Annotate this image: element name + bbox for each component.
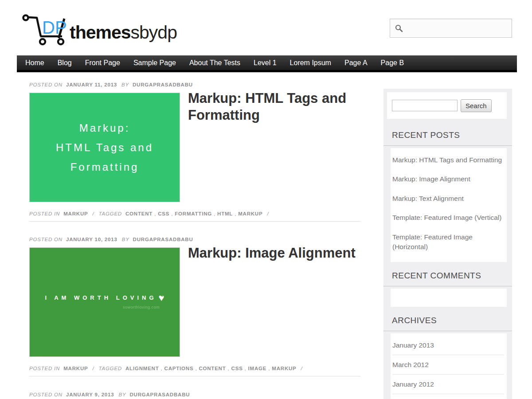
- sidebar-search-button[interactable]: Search: [461, 99, 492, 112]
- archives-list: January 2013March 2012January 2012March …: [391, 333, 507, 399]
- post-author[interactable]: DURGAPRASADBABU: [129, 392, 190, 397]
- recent-post-link[interactable]: Template: Featured Image (Vertical): [392, 208, 504, 227]
- recent-comments-list: [391, 289, 507, 307]
- recent-posts-list: Markup: HTML Tags and FormattingMarkup: …: [391, 148, 507, 262]
- recent-comments-title: RECENT COMMENTS: [383, 262, 512, 286]
- tag-item: CAPTIONS,: [164, 366, 199, 371]
- nav-item[interactable]: Front Page: [78, 55, 127, 70]
- by-label: BY: [118, 392, 126, 397]
- tag-link[interactable]: IMAGE: [248, 366, 267, 371]
- tagged-label: TAGGED: [98, 366, 122, 371]
- post-category[interactable]: MARKUP: [63, 211, 88, 216]
- tag-link[interactable]: CSS: [158, 211, 169, 216]
- tag-link[interactable]: MARKUP: [272, 366, 296, 371]
- post-date[interactable]: JANUARY 10, 2013: [66, 237, 117, 242]
- post-author[interactable]: DURGAPRASADBABU: [133, 237, 193, 242]
- site-logo[interactable]: DP themessbydp: [20, 4, 206, 49]
- tag-link[interactable]: CAPTIONS: [164, 366, 194, 371]
- site-header: DP themessbydp: [0, 0, 532, 55]
- cart-logo-icon: DP: [20, 4, 73, 49]
- archive-link[interactable]: March 2012: [392, 355, 504, 375]
- logo-text-bold: themes: [70, 22, 131, 43]
- main-content: POSTED ON JANUARY 11, 2013 BY DURGAPRASA…: [29, 82, 360, 399]
- sidebar-search-input[interactable]: [392, 100, 458, 111]
- post-1-featured-image[interactable]: Markup:HTML Tags andFormatting: [29, 93, 180, 202]
- tag-link[interactable]: HTML: [217, 211, 233, 216]
- post-1: POSTED ON JANUARY 11, 2013 BY DURGAPRASA…: [29, 82, 360, 222]
- tag-item: ALIGNMENT,: [125, 366, 164, 371]
- post-2-body: I AM WORTH LOVING♥◇ soworthloving.com Ma…: [29, 247, 360, 357]
- featured-image-watermark: soworthloving.com: [30, 305, 180, 309]
- tag-item: IMAGE,: [248, 366, 272, 371]
- archive-link[interactable]: January 2013: [392, 336, 504, 355]
- posted-on-label: POSTED ON: [29, 82, 63, 87]
- sidebar: Search RECENT POSTS Markup: HTML Tags an…: [383, 89, 512, 399]
- nav-item[interactable]: Lorem Ipsum: [283, 55, 338, 70]
- post-1-tags: CONTENT,CSS,FORMATTING,HTML,MARKUP,: [125, 211, 262, 216]
- posted-on-label: POSTED ON: [29, 237, 63, 242]
- post-date[interactable]: JANUARY 9, 2013: [66, 392, 114, 397]
- post-1-body: Markup:HTML Tags andFormatting Markup: H…: [29, 93, 360, 202]
- separator: /: [92, 366, 94, 371]
- tag-link[interactable]: FORMATTING: [175, 211, 212, 216]
- nav-item[interactable]: Blog: [51, 55, 78, 70]
- archive-link[interactable]: March 2011: [392, 394, 504, 399]
- separator: /: [301, 366, 303, 371]
- post-2-featured-image[interactable]: I AM WORTH LOVING♥◇ soworthloving.com: [29, 247, 180, 357]
- featured-image-text-line: HTML Tags and: [30, 138, 180, 157]
- nav-item[interactable]: Level 1: [247, 55, 283, 70]
- tag-link[interactable]: ALIGNMENT: [125, 366, 159, 371]
- main-nav: Home Blog Front Page Sample Page About T…: [17, 55, 517, 72]
- post-3-meta: POSTED ON JANUARY 9, 2013 BY DURGAPRASAD…: [29, 392, 360, 397]
- tag-link[interactable]: CSS: [231, 366, 243, 371]
- separator: /: [267, 211, 269, 216]
- post-3: POSTED ON JANUARY 9, 2013 BY DURGAPRASAD…: [29, 392, 360, 397]
- post-2-title[interactable]: Markup: Image Alignment: [188, 245, 359, 357]
- archives-title: ARCHIVES: [383, 307, 512, 331]
- post-1-title[interactable]: Markup: HTML Tags and Formatting: [188, 90, 359, 202]
- post-category[interactable]: MARKUP: [63, 366, 88, 371]
- tag-item: CONTENT,: [199, 366, 231, 371]
- separator: /: [92, 211, 94, 216]
- post-2-footer: POSTED IN MARKUP / TAGGED ALIGNMENT,CAPT…: [29, 366, 360, 376]
- tag-item: MARKUP,: [238, 211, 262, 216]
- nav-item[interactable]: Page B: [374, 55, 411, 70]
- tag-item: CSS,: [231, 366, 248, 371]
- tag-item: CONTENT,: [125, 211, 158, 216]
- header-search-input[interactable]: [403, 21, 512, 35]
- nav-item[interactable]: Page A: [338, 55, 374, 70]
- tag-link[interactable]: CONTENT: [125, 211, 153, 216]
- recent-post-link[interactable]: Markup: HTML Tags and Formatting: [392, 150, 504, 169]
- post-date[interactable]: JANUARY 11, 2013: [66, 82, 117, 87]
- tag-item: MARKUP,: [272, 366, 296, 371]
- tag-item: CSS,: [158, 211, 175, 216]
- by-label: BY: [122, 237, 129, 242]
- logo-dp-text: DP: [42, 18, 67, 37]
- by-label: BY: [121, 82, 129, 87]
- recent-post-link[interactable]: Template: Featured Image (Horizontal): [392, 227, 504, 257]
- post-author[interactable]: DURGAPRASADBABU: [133, 82, 193, 87]
- nav-item[interactable]: Sample Page: [127, 55, 183, 70]
- post-1-footer: POSTED IN MARKUP / TAGGED CONTENT,CSS,FO…: [29, 211, 360, 222]
- tag-item: FORMATTING,: [175, 211, 217, 216]
- post-1-meta: POSTED ON JANUARY 11, 2013 BY DURGAPRASA…: [29, 82, 360, 87]
- recent-post-link[interactable]: Markup: Text Alignment: [392, 189, 504, 208]
- tag-link[interactable]: MARKUP: [238, 211, 262, 216]
- logo-text-light: sbydp: [131, 22, 177, 43]
- post-2-tags: ALIGNMENT,CAPTIONS,CONTENT,CSS,IMAGE,MAR…: [125, 366, 297, 371]
- tagged-label: TAGGED: [98, 211, 122, 216]
- post-2: POSTED ON JANUARY 10, 2013 BY DURGAPRASA…: [29, 237, 360, 376]
- tag-link[interactable]: CONTENT: [199, 366, 226, 371]
- nav-item[interactable]: Home: [19, 55, 51, 70]
- heart-icon: ♥◇: [159, 292, 164, 304]
- post-2-meta: POSTED ON JANUARY 10, 2013 BY DURGAPRASA…: [29, 237, 360, 242]
- sidebar-search-widget: Search: [387, 92, 507, 119]
- posted-in-label: POSTED IN: [29, 366, 60, 371]
- header-search-box[interactable]: [390, 19, 512, 38]
- tag-item: HTML,: [217, 211, 238, 216]
- nav-item[interactable]: About The Tests: [183, 55, 247, 70]
- archive-link[interactable]: January 2012: [392, 375, 504, 394]
- posted-in-label: POSTED IN: [29, 211, 60, 216]
- posted-on-label: POSTED ON: [29, 392, 63, 397]
- recent-post-link[interactable]: Markup: Image Alignment: [392, 169, 504, 188]
